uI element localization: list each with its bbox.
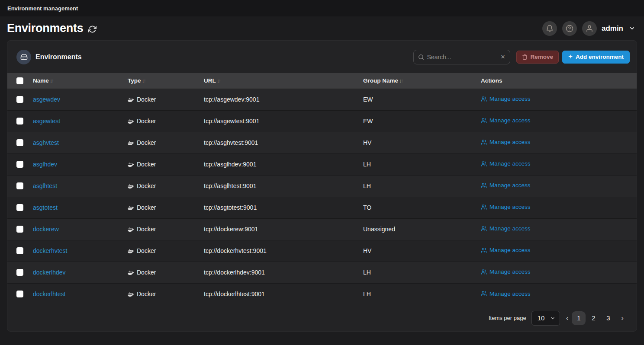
page-button-3[interactable]: 3	[601, 311, 615, 325]
environment-url: tcp://asgewtest:9001	[197, 110, 357, 132]
manage-access-label: Manage access	[489, 117, 531, 124]
docker-icon	[128, 97, 134, 102]
plus-icon: +	[568, 52, 573, 61]
row-checkbox[interactable]	[16, 204, 23, 211]
notifications-button[interactable]	[542, 21, 557, 36]
next-page-button[interactable]: ›	[618, 314, 626, 323]
environment-group: TO	[357, 197, 474, 218]
users-icon	[481, 247, 487, 253]
clear-search-icon[interactable]: ✕	[501, 54, 506, 60]
manage-access-label: Manage access	[489, 160, 531, 167]
docker-icon	[128, 162, 134, 167]
environment-name-link[interactable]: dockerhvtest	[33, 247, 67, 254]
environment-type: Docker	[137, 96, 156, 103]
card-header: Environments ✕ Remove + Add environment	[7, 41, 637, 73]
avatar[interactable]	[582, 21, 597, 36]
row-checkbox[interactable]	[16, 291, 23, 297]
environment-name-link[interactable]: asghvtest	[33, 139, 59, 146]
manage-access-label: Manage access	[489, 204, 531, 210]
environment-group: LH	[357, 175, 474, 197]
chevron-down-icon[interactable]	[629, 25, 635, 32]
column-header-type[interactable]: Type↓↑	[121, 73, 197, 89]
manage-access-link[interactable]: Manage access	[481, 247, 531, 253]
environment-name-link[interactable]: asgtotest	[33, 204, 58, 211]
add-environment-button[interactable]: + Add environment	[562, 51, 630, 64]
sort-icons: ↓↑	[142, 78, 145, 84]
environment-name-link[interactable]: asglhtest	[33, 182, 57, 189]
environment-name-link[interactable]: asglhdev	[33, 161, 57, 168]
remove-button[interactable]: Remove	[516, 51, 559, 64]
prev-page-button[interactable]: ‹	[564, 314, 571, 323]
environment-url: tcp://asghvtest:9001	[197, 132, 357, 153]
environment-group: HV	[357, 240, 474, 262]
environment-type: Docker	[137, 226, 156, 233]
column-header-label: Group Name	[363, 77, 398, 84]
environment-group: HV	[357, 132, 474, 153]
row-checkbox[interactable]	[16, 182, 23, 189]
refresh-icon[interactable]	[88, 25, 97, 33]
row-checkbox[interactable]	[16, 247, 23, 254]
row-checkbox[interactable]	[16, 118, 23, 125]
table-row: asgewdev Docker tcp://asgewdev:9001 EW M…	[7, 89, 637, 110]
table-row: asgewtest Docker tcp://asgewtest:9001 EW…	[7, 110, 637, 132]
manage-access-link[interactable]: Manage access	[481, 291, 531, 297]
users-icon	[481, 139, 487, 145]
row-checkbox[interactable]	[16, 226, 23, 233]
environment-name-link[interactable]: dockerew	[33, 226, 59, 233]
breadcrumb: Environment management	[0, 0, 644, 16]
row-checkbox[interactable]	[16, 139, 23, 146]
environment-type: Docker	[137, 204, 156, 211]
environment-url: tcp://asgtotest:9001	[197, 197, 357, 218]
environment-group: EW	[357, 89, 474, 110]
manage-access-label: Manage access	[489, 96, 531, 102]
manage-access-link[interactable]: Manage access	[481, 160, 531, 167]
docker-icon	[128, 291, 134, 297]
sort-asc-icon: ↑	[144, 78, 145, 84]
manage-access-link[interactable]: Manage access	[481, 96, 531, 102]
table-header-row: Name↓↑ Type↓↑ URL↓↑ Group Name↓↑ Actions	[7, 73, 637, 89]
manage-access-link[interactable]: Manage access	[481, 225, 531, 232]
manage-access-label: Manage access	[489, 268, 531, 275]
environment-name-link[interactable]: asgewdev	[33, 96, 60, 103]
environment-group: LH	[357, 262, 474, 283]
docker-icon	[128, 118, 134, 124]
trash-icon	[522, 54, 528, 60]
search-input[interactable]	[427, 54, 501, 61]
row-checkbox[interactable]	[16, 161, 23, 168]
page-header: Environments admin	[0, 16, 644, 40]
environment-name-link[interactable]: dockerlhtest	[33, 291, 65, 297]
remove-button-label: Remove	[531, 54, 554, 60]
manage-access-label: Manage access	[489, 225, 531, 232]
page-title: Environments	[7, 22, 83, 35]
search-box[interactable]: ✕	[413, 50, 510, 64]
help-button[interactable]	[562, 21, 577, 36]
environments-table: Name↓↑ Type↓↑ URL↓↑ Group Name↓↑ Actions…	[7, 73, 637, 305]
manage-access-link[interactable]: Manage access	[481, 268, 531, 275]
row-checkbox[interactable]	[16, 269, 23, 276]
select-all-checkbox[interactable]	[16, 77, 23, 84]
table-row: asglhdev Docker tcp://asglhdev:9001 LH M…	[7, 153, 637, 175]
page-button-1[interactable]: 1	[572, 311, 586, 325]
environment-name-link[interactable]: dockerlhdev	[33, 269, 66, 276]
environment-name-link[interactable]: asgewtest	[33, 118, 60, 125]
manage-access-link[interactable]: Manage access	[481, 139, 531, 145]
sort-icons: ↓↑	[50, 78, 53, 84]
row-checkbox[interactable]	[16, 96, 23, 103]
column-header-url[interactable]: URL↓↑	[197, 73, 357, 89]
environment-url: tcp://asglhdev:9001	[197, 153, 357, 175]
page-buttons: 123	[571, 311, 615, 325]
app-root: Environment management Environments admi…	[0, 0, 644, 332]
table-row: dockerlhdev Docker tcp://dockerlhdev:900…	[7, 262, 637, 283]
manage-access-link[interactable]: Manage access	[481, 204, 531, 210]
username[interactable]: admin	[602, 24, 623, 33]
page-button-2[interactable]: 2	[586, 311, 600, 325]
column-header-label: URL	[204, 77, 216, 84]
manage-access-link[interactable]: Manage access	[481, 117, 531, 124]
manage-access-link[interactable]: Manage access	[481, 182, 531, 188]
items-per-page-select[interactable]: 10	[531, 311, 560, 326]
sort-asc-icon: ↑	[401, 78, 402, 84]
column-header-name[interactable]: Name↓↑	[26, 73, 121, 89]
column-header-group-name[interactable]: Group Name↓↑	[357, 73, 474, 89]
docker-icon	[128, 183, 134, 188]
column-header-actions[interactable]: Actions	[474, 73, 637, 89]
